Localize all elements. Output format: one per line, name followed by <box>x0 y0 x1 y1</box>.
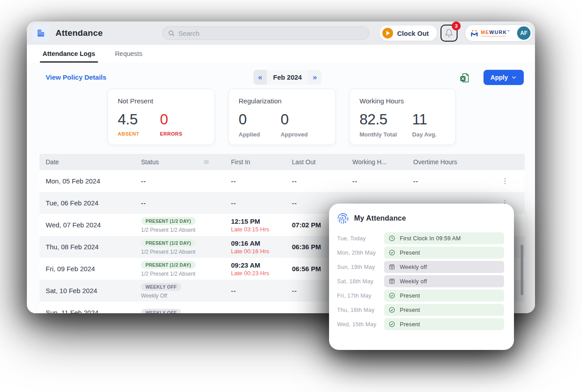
entry-day: Wed, 15th May <box>337 321 384 328</box>
status-badge: PRESENT (1/2 DAY) <box>141 217 196 225</box>
check-circle-icon <box>389 292 395 299</box>
previous-month-button[interactable]: « <box>253 70 267 85</box>
stat-value: 0 <box>281 111 308 128</box>
late-note: Late 00:16 Hrs <box>231 248 292 255</box>
tab-bar: Attendance Logs Requests <box>27 45 535 63</box>
avatar[interactable]: AF <box>517 26 531 40</box>
attendance-entry: Tue, Today First Clock In 09:59 AM <box>337 232 504 244</box>
table-scrollbar[interactable] <box>521 245 523 295</box>
export-excel-button[interactable] <box>459 72 471 84</box>
column-working-hours[interactable]: Working H... <box>352 158 413 166</box>
table-row[interactable]: Mon, 05 Feb 2024 -- -- -- -- -- ⋮ <box>39 170 525 192</box>
next-month-button[interactable]: » <box>308 70 321 85</box>
my-attendance-header: My Attendance <box>337 213 504 224</box>
status-badge: WEEKLY OFF <box>141 283 181 291</box>
column-overtime-hours[interactable]: Overtime Hours <box>413 158 492 166</box>
tab-attendance-logs[interactable]: Attendance Logs <box>43 45 95 63</box>
column-status[interactable]: Status <box>141 158 231 166</box>
late-note: Late 03:15 Hrs <box>231 226 292 233</box>
table-header: Date Status First In Last Out Working H.… <box>39 154 525 170</box>
entry-day: Sat, 18th May <box>337 278 384 285</box>
row-date: Sun, 11 Feb 2024 <box>46 309 141 313</box>
stat-label: Approved <box>281 131 308 138</box>
brand-text-wurk: WURK <box>489 30 507 35</box>
entry-status-pill: Present <box>384 304 504 316</box>
stat-label: Monthly Total <box>359 131 397 138</box>
row-date: Wed, 07 Feb 2024 <box>46 221 141 229</box>
stat-label: ABSENT <box>118 131 139 136</box>
my-attendance-widget: My Attendance Tue, Today First Clock In … <box>329 204 514 350</box>
card-title: Not Present <box>118 97 205 105</box>
entry-status-text: First Clock In 09:59 AM <box>400 235 461 242</box>
stat-label: ERRORS <box>160 131 182 136</box>
row-first-in: 09:16 AM Late 00:16 Hrs <box>231 239 292 255</box>
status-subtext: 1/2 Present 1/2 Absent <box>141 227 231 233</box>
stat-approved: 0 Approved <box>281 111 308 138</box>
column-first-in[interactable]: First In <box>231 158 292 166</box>
account-menu[interactable]: MEWURK™ AF <box>465 25 533 42</box>
attendance-entry: Sun, 19th May Weekly off <box>337 261 504 273</box>
status-subtext: Weekly Off <box>141 293 231 299</box>
status-badge: WEEKLY OFF <box>141 309 181 313</box>
search-icon <box>168 30 175 37</box>
entry-day: Thu, 16th May <box>337 307 384 313</box>
entry-status-text: Present <box>400 250 420 256</box>
brand-text-me: ME <box>481 30 489 35</box>
status-subtext: 1/2 Present 1/2 Absent <box>141 249 231 255</box>
attendance-entry: Mon, 20th May Present <box>337 247 504 259</box>
stat-value: 4.5 <box>118 111 139 128</box>
row-actions-menu[interactable]: ⋮ <box>501 178 525 185</box>
entry-status-text: Weekly off <box>400 278 427 285</box>
mewurk-wordmark: MEWURK™ <box>481 30 510 37</box>
stat-value: 0 <box>239 111 260 128</box>
mewurk-logo-icon <box>471 30 478 37</box>
apply-button[interactable]: Apply <box>484 70 524 85</box>
month-navigator: « Feb 2024 » <box>253 70 321 85</box>
status-subtext: 1/2 Present 1/2 Absent <box>141 271 231 277</box>
stat-monthly-total: 82.5 Monthly Total <box>359 111 397 138</box>
status-badge: PRESENT (1/2 DAY) <box>141 261 196 269</box>
stat-label: Applied <box>239 131 260 138</box>
entry-day: Sun, 19th May <box>337 264 384 270</box>
row-status: PRESENT (1/2 DAY) 1/2 Present 1/2 Absent <box>141 217 231 233</box>
column-date[interactable]: Date <box>46 158 141 166</box>
row-date: Tue, 06 Feb 2024 <box>46 199 141 207</box>
check-circle-icon <box>389 321 395 328</box>
view-policy-details-link[interactable]: View Policy Details <box>46 73 107 81</box>
row-status: WEEKLY OFF <box>141 308 231 313</box>
row-date: Mon, 05 Feb 2024 <box>46 177 141 185</box>
filter-icon[interactable] <box>203 159 210 165</box>
chevron-down-icon <box>511 75 517 80</box>
card-regularization: Regularization 0 Applied 0 Approved <box>228 89 336 145</box>
notifications-button[interactable]: 3 <box>441 25 458 42</box>
excel-icon <box>459 72 471 84</box>
attendance-entry: Sat, 18th May Weekly off <box>337 275 504 287</box>
entry-day: Mon, 20th May <box>337 250 384 256</box>
notification-count-badge: 3 <box>452 21 461 30</box>
clock-out-button[interactable]: Clock Out <box>380 26 437 41</box>
entry-status-text: Present <box>400 293 420 299</box>
column-last-out[interactable]: Last Out <box>292 158 352 166</box>
entry-status-pill: First Clock In 09:59 AM <box>384 232 504 244</box>
play-icon <box>382 28 393 38</box>
entry-status-text: Present <box>400 321 420 328</box>
row-status: PRESENT (1/2 DAY) 1/2 Present 1/2 Absent <box>141 260 231 277</box>
late-note: Late 00:23 Hrs <box>231 270 292 277</box>
stat-absent: 4.5 ABSENT <box>118 111 139 136</box>
attendance-app-icon <box>32 25 49 42</box>
search-bar[interactable] <box>162 26 369 40</box>
row-status: WEEKLY OFF Weekly Off <box>141 282 231 299</box>
bell-icon <box>445 29 454 38</box>
stat-applied: 0 Applied <box>239 111 260 138</box>
stat-value: 82.5 <box>359 111 397 128</box>
current-month-label: Feb 2024 <box>267 70 308 85</box>
app-header: Attendance Clock Out 3 <box>27 21 535 45</box>
entry-status-text: Weekly off <box>400 264 427 270</box>
tab-requests[interactable]: Requests <box>115 45 142 63</box>
fingerprint-icon <box>337 213 349 224</box>
card-not-present: Not Present 4.5 ABSENT 0 ERRORS <box>107 89 215 145</box>
row-first-in: -- <box>231 200 292 207</box>
search-input[interactable] <box>178 30 364 37</box>
attendance-entry: Wed, 15th May Present <box>337 318 504 330</box>
brand-tagline <box>481 36 506 37</box>
